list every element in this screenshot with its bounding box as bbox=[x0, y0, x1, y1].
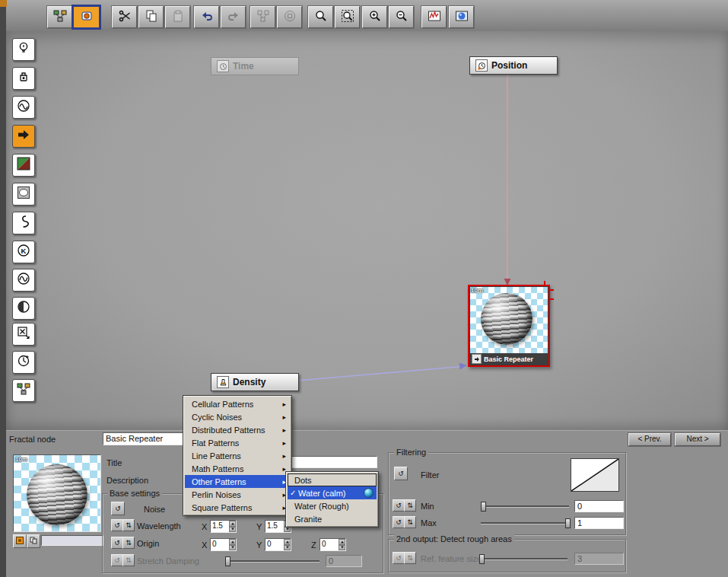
spinner-arrows[interactable] bbox=[284, 539, 291, 550]
max-animate-button[interactable]: ⇅ bbox=[404, 516, 416, 528]
sine-node-button[interactable] bbox=[12, 269, 35, 292]
axis-z-label: Z bbox=[311, 540, 316, 550]
blob-node-button[interactable] bbox=[12, 183, 35, 206]
spinner-arrows[interactable] bbox=[229, 521, 236, 532]
preview-value-field[interactable] bbox=[41, 535, 103, 546]
group-nodes-button[interactable] bbox=[250, 6, 275, 28]
stretch-animate-button[interactable]: ⇅ bbox=[122, 554, 135, 566]
curve-preview-button[interactable] bbox=[421, 6, 447, 28]
node-basic-repeater[interactable]: 10m Basic Repeater bbox=[468, 285, 550, 367]
wavelength-animate-button[interactable]: ⇅ bbox=[122, 519, 135, 531]
description-label: Description bbox=[106, 476, 148, 485]
undo-button[interactable] bbox=[194, 6, 219, 28]
min-slider-handle[interactable] bbox=[481, 502, 486, 512]
wave-node-button[interactable] bbox=[12, 96, 35, 119]
gradient-node-button[interactable] bbox=[12, 154, 35, 177]
sphere-preview-button[interactable] bbox=[449, 6, 474, 28]
origin-publish-button[interactable]: ↺ bbox=[111, 537, 123, 549]
node-overview-button[interactable] bbox=[47, 6, 72, 28]
submenu-item-water-rough[interactable]: Water (Rough) bbox=[288, 499, 377, 512]
stretch-publish-button[interactable]: ↺ bbox=[111, 554, 123, 566]
node-time[interactable]: Time bbox=[211, 57, 299, 75]
wavelength-publish-button[interactable]: ↺ bbox=[111, 519, 123, 531]
max-value-field[interactable]: 1 bbox=[574, 517, 624, 529]
menu-item-line-patterns[interactable]: Line Patterns▸ bbox=[185, 449, 290, 462]
prev-button[interactable]: < Prev. bbox=[628, 433, 671, 446]
zoom-tool-button[interactable] bbox=[308, 6, 333, 28]
min-animate-button[interactable]: ⇅ bbox=[404, 499, 416, 512]
selection-tick bbox=[550, 289, 554, 291]
next-button[interactable]: Next > bbox=[675, 433, 720, 446]
network-node-button[interactable] bbox=[12, 379, 35, 402]
filtering-group-label: Filtering bbox=[394, 448, 428, 457]
spinner-arrows[interactable] bbox=[229, 539, 236, 550]
preview-mode-button[interactable] bbox=[13, 534, 27, 548]
constant-node-button[interactable]: K bbox=[12, 241, 35, 263]
window-corner-chip bbox=[0, 0, 7, 7]
ref-feature-size-slider[interactable] bbox=[479, 558, 567, 559]
ref-animate-button[interactable]: ⇅ bbox=[404, 552, 416, 564]
menu-item-perlin-noises[interactable]: Perlin Noises▸ bbox=[185, 488, 290, 501]
mask-node-button[interactable] bbox=[12, 297, 35, 320]
max-slider-handle[interactable] bbox=[565, 518, 571, 528]
rotation-node-button[interactable] bbox=[12, 351, 35, 374]
menu-item-distributed-patterns[interactable]: Distributed Patterns▸ bbox=[185, 423, 290, 436]
zoom-region-button[interactable] bbox=[335, 6, 360, 28]
light-node-button[interactable] bbox=[12, 38, 35, 61]
submenu-item-granite[interactable]: Granite bbox=[288, 512, 377, 525]
publish-icon: ↺ bbox=[396, 519, 402, 526]
new-function-button[interactable] bbox=[73, 6, 100, 28]
min-publish-button[interactable]: ↺ bbox=[393, 499, 405, 512]
origin-y-spinner[interactable]: 0 bbox=[265, 538, 291, 551]
menu-item-cellular-patterns[interactable]: Cellular Patterns▸ bbox=[185, 397, 290, 410]
publish-icon: ↺ bbox=[114, 522, 120, 529]
submenu-item-water-calm[interactable]: ✓Water (calm) bbox=[288, 486, 377, 499]
node-name-field[interactable]: Basic Repeater bbox=[103, 432, 194, 445]
menu-item-square-patterns[interactable]: Square Patterns▸ bbox=[185, 501, 290, 514]
selection-tick bbox=[550, 298, 554, 300]
submenu-item-dots[interactable]: Dots bbox=[288, 473, 377, 486]
spinner-arrows[interactable] bbox=[339, 539, 345, 550]
menu-item-other-patterns[interactable]: Other Patterns▸ bbox=[185, 475, 290, 488]
flask-icon bbox=[217, 376, 229, 388]
menu-item-cyclic-noises[interactable]: Cyclic Noises▸ bbox=[185, 410, 290, 423]
origin-z-spinner[interactable]: 0 bbox=[319, 538, 346, 551]
menu-item-math-patterns[interactable]: Math Patterns▸ bbox=[185, 462, 290, 475]
node-graph-canvas[interactable] bbox=[6, 31, 728, 430]
max-publish-button[interactable]: ↺ bbox=[393, 516, 405, 528]
node-position[interactable]: Position bbox=[469, 56, 558, 75]
menu-item-flat-patterns[interactable]: Flat Patterns▸ bbox=[185, 436, 290, 449]
cut-button[interactable] bbox=[112, 6, 137, 28]
min-label: Min bbox=[421, 502, 434, 511]
material-node-button[interactable] bbox=[12, 67, 35, 90]
max-slider[interactable] bbox=[481, 522, 569, 524]
wavelength-x-spinner[interactable]: 1.5 bbox=[210, 520, 237, 533]
zoom-out-button[interactable] bbox=[389, 6, 414, 28]
paste-button[interactable] bbox=[165, 6, 190, 28]
redo-button[interactable] bbox=[221, 6, 246, 28]
node-caption-label: Basic Repeater bbox=[484, 355, 533, 363]
axis-x-label: X bbox=[202, 522, 207, 531]
curve-node-button[interactable] bbox=[12, 212, 35, 234]
noise-publish-button[interactable]: ↺ bbox=[111, 502, 125, 515]
input-node-button[interactable] bbox=[12, 125, 35, 148]
copy-button[interactable] bbox=[138, 6, 164, 28]
variable-node-button[interactable] bbox=[12, 323, 35, 346]
stretch-damping-value-field[interactable]: 0 bbox=[326, 555, 362, 567]
stretch-damping-slider[interactable] bbox=[225, 560, 319, 562]
filter-publish-button[interactable]: ↺ bbox=[394, 467, 408, 480]
expand-nodes-button[interactable] bbox=[277, 6, 302, 28]
filter-curve-thumbnail[interactable] bbox=[571, 458, 619, 492]
ref-publish-button[interactable]: ↺ bbox=[393, 552, 405, 564]
stretch-damping-slider-handle[interactable] bbox=[225, 556, 230, 566]
node-density[interactable]: Density bbox=[211, 373, 299, 391]
ref-feature-size-value-field[interactable]: 3 bbox=[574, 553, 624, 565]
ref-feature-size-slider-handle[interactable] bbox=[479, 554, 485, 564]
min-slider[interactable] bbox=[481, 505, 569, 507]
node-large-preview[interactable]: 10m bbox=[13, 454, 101, 532]
origin-animate-button[interactable]: ⇅ bbox=[122, 537, 135, 549]
origin-x-spinner[interactable]: 0 bbox=[210, 538, 237, 551]
min-value-field[interactable]: 0 bbox=[574, 500, 624, 512]
preview-copy-button[interactable] bbox=[27, 534, 40, 548]
zoom-in-button[interactable] bbox=[362, 6, 387, 28]
